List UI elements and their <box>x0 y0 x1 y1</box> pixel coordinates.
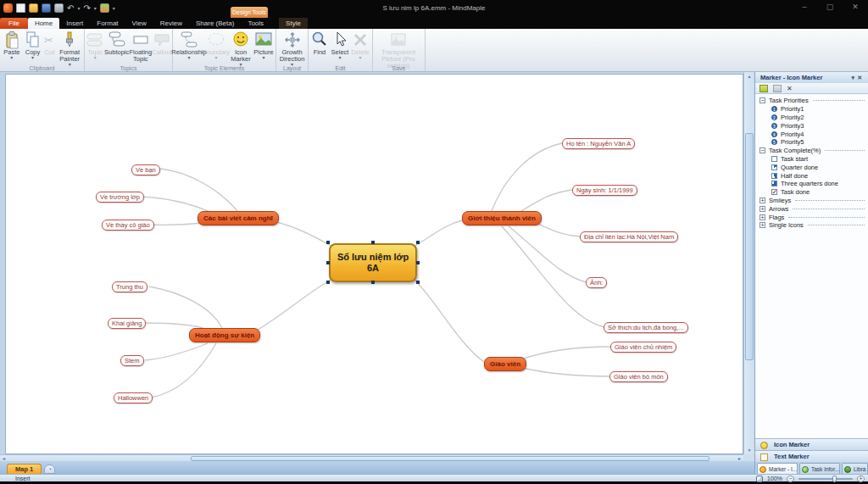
selection-handle[interactable] <box>371 281 375 284</box>
marker-priority2[interactable]: 2Priority2 <box>755 114 868 122</box>
icon-marker-bar[interactable]: Icon Marker <box>755 438 868 450</box>
subtopic[interactable]: Sở thích:du lịch,đá bóng,... <box>604 322 688 333</box>
floating-topic-button[interactable]: Floating Topic <box>129 31 153 64</box>
group-smileys[interactable]: + Smileys <box>755 197 868 205</box>
tab-insert[interactable]: Insert <box>59 18 90 29</box>
clock-icon <box>802 466 809 473</box>
selection-handle[interactable] <box>416 241 420 244</box>
copy-button[interactable]: Copy <box>23 31 43 64</box>
subtopic[interactable]: Họ tên : Nguyễn Văn A <box>562 138 635 149</box>
tab-style[interactable]: Style <box>279 18 308 29</box>
selection-handle[interactable] <box>416 281 420 284</box>
marker-priority5[interactable]: 5Priority5 <box>755 138 868 147</box>
maximize-button[interactable]: ▢ <box>824 3 836 11</box>
relationship-button[interactable]: Relationship <box>174 31 204 64</box>
fit-map-icon[interactable] <box>756 476 763 482</box>
subtopic-button[interactable]: Subtopic <box>105 31 129 64</box>
close-button[interactable]: ✕ <box>849 3 861 11</box>
copy-marker-icon[interactable] <box>773 85 782 92</box>
three-quarters-done-icon <box>771 181 777 186</box>
subtopic[interactable]: Khai giảng <box>108 318 146 329</box>
subtopic[interactable]: Giáo viên chủ nhiệm <box>610 342 676 353</box>
priority1-icon: 1 <box>771 106 777 112</box>
marker-priority1[interactable]: 1Priority1 <box>755 105 868 114</box>
text-marker-bar[interactable]: Text Marker <box>755 450 868 462</box>
selection-handle[interactable] <box>326 261 330 264</box>
tab-format[interactable]: Format <box>90 18 125 29</box>
subtopic[interactable]: Về trường lớp <box>96 192 144 203</box>
group-task-priorities[interactable]: − Task Priorities <box>755 97 868 105</box>
vertical-scrollbar[interactable]: ▲ ▼ <box>743 72 754 454</box>
selection-handle[interactable] <box>326 241 330 244</box>
marker-priority4[interactable]: 4Priority4 <box>755 130 868 138</box>
tab-library[interactable]: Libra <box>842 463 868 474</box>
expand-icon[interactable]: + <box>760 197 765 203</box>
tab-share[interactable]: Share (Beta) <box>189 18 241 29</box>
format-painter-button[interactable]: Format Painter <box>56 31 83 64</box>
new-map-button[interactable]: ◔ <box>44 465 55 474</box>
topic-gioi-thieu[interactable]: Giới thiệu thành viên <box>462 211 542 225</box>
marker-priority3[interactable]: 3Priority3 <box>755 121 868 130</box>
paste-button[interactable]: Paste <box>1 31 23 64</box>
minimize-button[interactable]: – <box>798 3 810 11</box>
tab-review[interactable]: Review <box>153 18 189 29</box>
tab-tools[interactable]: Tools <box>241 18 270 29</box>
selection-handle[interactable] <box>371 241 375 244</box>
zoom-in-button[interactable]: + <box>857 476 865 482</box>
scrollbar-corner <box>743 454 754 461</box>
expand-icon[interactable]: + <box>760 214 765 220</box>
group-single-icons[interactable]: + Single Icons <box>755 221 868 230</box>
group-flags[interactable]: + Flags <box>755 213 868 221</box>
topic-hoat-dong[interactable]: Hoạt động sự kiện <box>189 328 260 342</box>
marker-task-done[interactable]: ✓Task done <box>755 188 868 197</box>
subtopic[interactable]: Trung thu <box>112 281 147 292</box>
growth-direction-icon <box>283 31 302 49</box>
task-done-icon: ✓ <box>771 189 777 195</box>
zoom-slider-thumb[interactable] <box>832 476 837 482</box>
topic-cac-bai-viet[interactable]: Các bài viết cảm nghĩ <box>198 211 279 225</box>
zoom-slider[interactable] <box>798 478 853 480</box>
tab-file[interactable]: File <box>0 18 28 29</box>
expand-icon[interactable]: + <box>760 206 765 212</box>
expand-icon[interactable]: + <box>760 222 765 228</box>
tab-marker[interactable]: Marker - I... <box>757 463 798 474</box>
vertical-scroll-thumb[interactable] <box>745 133 754 360</box>
group-arrows[interactable]: + Arrows <box>755 204 868 213</box>
select-button[interactable]: Select <box>330 31 350 64</box>
collapse-icon[interactable]: − <box>760 147 765 153</box>
scroll-down-icon[interactable]: ▼ <box>744 447 754 453</box>
zoom-out-button[interactable]: − <box>787 476 794 482</box>
subtopic[interactable]: Về bạn <box>131 164 160 175</box>
growth-direction-button[interactable]: Growth Direction <box>277 31 307 64</box>
subtopic[interactable]: Ảnh: <box>586 277 607 288</box>
subtopic[interactable]: Stem <box>120 355 144 366</box>
find-button[interactable]: Find <box>309 31 330 64</box>
marker-half-done[interactable]: Half done <box>755 171 868 180</box>
marker-quarter-done[interactable]: Quarter done <box>755 163 868 171</box>
marker-task-start[interactable]: Task start <box>755 155 868 164</box>
selection-handle[interactable] <box>326 281 330 284</box>
group-task-complete[interactable]: − Task Complete(%) <box>755 147 868 155</box>
collapse-icon[interactable]: − <box>760 97 765 103</box>
central-topic[interactable]: Sổ lưu niệm lớp 6A <box>329 243 417 282</box>
topic-giao-vien[interactable]: Giáo viên <box>484 357 526 371</box>
subtopic[interactable]: Địa chỉ liên lạc:Hà Nội,Việt Nam <box>580 231 678 242</box>
callout-icon <box>153 31 171 49</box>
panel-close-icon[interactable]: ✕ <box>857 75 865 81</box>
tab-home[interactable]: Home <box>28 18 59 29</box>
icon-marker-button[interactable]: Icon Marker <box>228 31 253 64</box>
marker-three-quarters-done[interactable]: Three quarters done <box>755 180 868 188</box>
tab-view[interactable]: View <box>125 18 153 29</box>
delete-marker-icon[interactable]: ✕ <box>787 85 793 92</box>
add-marker-icon[interactable] <box>760 85 768 92</box>
subtopic[interactable]: Về thầy cô giáo <box>102 220 154 231</box>
picture-button[interactable]: Picture <box>253 31 274 64</box>
selection-handle[interactable] <box>416 261 420 264</box>
scroll-up-icon[interactable]: ▲ <box>744 73 754 80</box>
sheet-tab-map1[interactable]: Map 1 <box>7 464 42 474</box>
subtopic[interactable]: Hallowwen <box>114 392 153 403</box>
subtopic[interactable]: Giáo viên bộ môn <box>609 371 668 382</box>
horizontal-scrollbar[interactable]: ◄ ► <box>0 454 743 461</box>
subtopic[interactable]: Ngày sinh: 1/1/1999 <box>572 185 637 196</box>
tab-task-info[interactable]: Task Infor... <box>799 463 840 474</box>
